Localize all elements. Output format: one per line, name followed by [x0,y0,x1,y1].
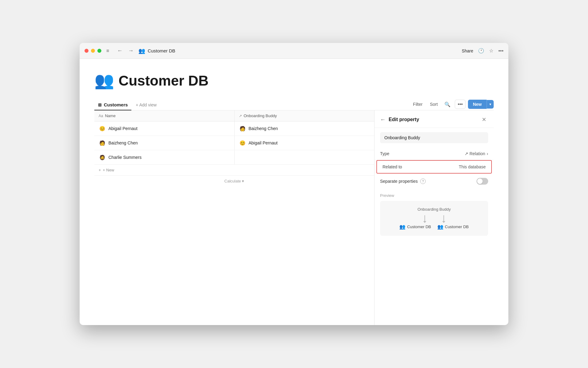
nav-buttons: ← → [116,47,135,55]
help-icon[interactable]: ? [420,178,426,184]
preview-section: Preview Onboarding Buddy [380,193,488,236]
tab-customers[interactable]: ⊞ Customers [94,100,131,110]
titlebar-db-icon: 👥 [138,48,145,54]
buddy-col-icon: ↗ [239,114,242,118]
table-row[interactable]: 😊 Abigail Pernaut 🧑 Baizheng Chen [94,121,374,136]
property-name-input[interactable] [380,132,488,143]
type-label: Type [380,151,389,156]
table-row[interactable]: 🧔 Charlie Summers [94,150,374,165]
titlebar-actions: Share 🕐 ☆ ••• [462,48,503,54]
titlebar-title-text: Customer DB [148,48,175,53]
new-row-button[interactable]: + + New [94,165,374,175]
related-to-value: This database [459,164,486,169]
table-icon: ⊞ [98,102,102,107]
buddy-avatar: 😊 [239,139,246,147]
menu-button[interactable]: ≡ [106,48,109,54]
search-button[interactable]: 🔍 [443,100,452,109]
panel-header-left: ← Edit property [380,117,419,123]
buddy-value: Baizheng Chen [249,126,278,131]
preview-db-2: 👥 Customer DB [437,224,469,230]
name-value: Charlie Summers [108,155,141,160]
minimize-button[interactable] [91,49,95,53]
preview-db1-icon: 👥 [399,224,405,230]
share-button[interactable]: Share [462,48,473,53]
table-row[interactable]: 🧑 Baizheng Chen 😊 Abigail Pernaut [94,136,374,150]
name-value: Baizheng Chen [108,140,138,145]
preview-db-1: 👥 Customer DB [399,224,431,230]
new-button-caret[interactable]: ▾ [487,100,494,109]
buddy-avatar: 🧑 [239,125,246,132]
separate-label: Separate properties [380,179,418,184]
filter-button[interactable]: Filter [411,100,425,108]
table-container: Aa Name ↗ Onboarding Buddy [94,110,374,325]
calculate-chevron-icon: ▾ [242,179,244,183]
panel-back-button[interactable]: ← [380,117,386,123]
page-title: Customer DB [119,72,209,89]
titlebar: ≡ ← → 👥 Customer DB Share 🕐 ☆ ••• [80,43,508,59]
main-content: 👥 Customer DB ⊞ Customers + Add view Fil… [80,59,508,325]
avatar: 🧑 [99,139,106,147]
more-button[interactable]: ••• [455,100,466,109]
buddy-cell: 🧑 Baizheng Chen [234,121,374,136]
sort-button[interactable]: Sort [428,100,440,108]
name-cell: 😊 Abigail Pernaut [94,121,234,136]
related-to-row[interactable]: Related to This database [376,160,492,174]
favorite-button[interactable]: ☆ [489,48,493,54]
page-icon: 👥 [94,71,114,90]
preview-db1-label: Customer DB [407,224,431,229]
arrow-line-left [424,215,425,221]
page-title-area: 👥 Customer DB [94,71,494,90]
back-button[interactable]: ← [116,47,124,55]
name-col-icon: Aa [99,114,103,118]
close-button[interactable] [85,49,89,53]
separate-row-left: Separate properties ? [380,178,426,184]
related-to-label: Related to [383,164,402,169]
panel-title: Edit property [389,117,419,122]
preview-db2-icon: 👥 [437,224,443,230]
history-button[interactable]: 🕐 [478,48,484,54]
view-tabs: ⊞ Customers + Add view Filter Sort 🔍 •••… [94,100,494,110]
type-chevron-icon: › [487,151,488,156]
add-view-button[interactable]: + Add view [133,100,160,110]
avatar: 😊 [99,125,106,132]
plus-icon: + [99,168,101,172]
table-header-row: Aa Name ↗ Onboarding Buddy [94,110,374,121]
type-value: ↗ Relation › [465,151,488,156]
edit-property-panel: ← Edit property ✕ Type ↗ Relation › [374,110,494,325]
type-relation-value: ↗ Relation [465,151,485,156]
separate-toggle[interactable] [477,178,488,185]
type-row[interactable]: Type ↗ Relation › [375,148,494,160]
table-area: Aa Name ↗ Onboarding Buddy [94,110,494,325]
preview-box: Onboarding Buddy 👥 [380,201,488,236]
name-cell: 🧔 Charlie Summers [94,150,234,165]
view-tabs-left: ⊞ Customers + Add view [94,100,160,110]
preview-arrows [424,215,444,221]
avatar: 🧔 [99,154,106,161]
calculate-button[interactable]: Calculate ▾ [94,175,374,186]
preview-arrow-right [443,215,444,221]
traffic-lights [85,49,101,53]
preview-header: Onboarding Buddy [417,207,450,212]
preview-dbs: 👥 Customer DB 👥 Customer DB [399,224,469,230]
calculate-label: Calculate [224,179,241,183]
panel-close-button[interactable]: ✕ [480,115,488,124]
view-tabs-right: Filter Sort 🔍 ••• New ▾ [411,100,494,110]
separate-properties-row: Separate properties ? [375,174,494,189]
preview-arrow-left [424,215,425,221]
titlebar-title: 👥 Customer DB [138,48,175,54]
data-table: Aa Name ↗ Onboarding Buddy [94,110,374,165]
new-button-group: New ▾ [468,100,494,109]
more-options-button[interactable]: ••• [498,48,503,54]
new-row-label: + New [103,168,114,172]
toggle-knob [477,178,483,184]
maximize-button[interactable] [97,49,101,53]
buddy-cell [234,150,374,165]
buddy-cell: 😊 Abigail Pernaut [234,136,374,150]
new-button[interactable]: New [468,100,487,109]
name-cell: 🧑 Baizheng Chen [94,136,234,150]
buddy-value: Abigail Pernaut [249,140,278,145]
col-name-header: Aa Name [94,110,234,121]
forward-button[interactable]: → [127,47,135,55]
arrow-line-right [443,215,444,221]
preview-db2-label: Customer DB [445,224,469,229]
